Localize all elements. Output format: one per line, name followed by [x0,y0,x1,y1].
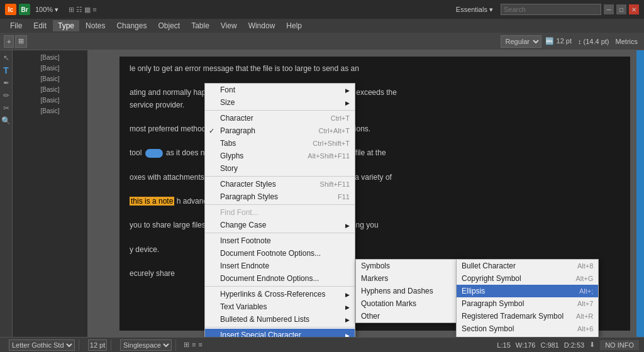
status-icon-1: ⊞ [184,341,189,349]
menu-tabs-shortcut: Ctrl+Shift+T [300,140,350,147]
menu-bulleted[interactable]: Bulleted & Numbered Lists [205,313,355,326]
menu-char-styles-label: Character Styles [220,180,276,189]
submenu-trademark-symbol[interactable]: Trademark Symbol Alt+2 [457,335,598,337]
doc-line-14: you to share large files with your frien… [130,219,620,231]
menu-insert-endnote[interactable]: Insert Endnote [205,260,355,272]
submenu-other-label: Other [361,312,380,321]
menu-doc-footnote-opts[interactable]: Document Footnote Options... [205,247,355,260]
doc-line-15 [130,232,620,244]
menu-change-case[interactable]: Change Case [205,219,355,231]
menu-paragraph[interactable]: ✓ Paragraph Ctrl+Alt+T [205,124,355,137]
search-input[interactable] [501,4,601,15]
status-font: Letter Gothic Std [5,339,79,351]
menu-object[interactable]: Object [153,20,185,31]
status-info: L:15 W:176 C:981 D:2:53 ⬇ NO INFO [497,340,639,350]
menu-paragraph-label: Paragraph [220,126,255,135]
menu-hyperlinks-arrow [339,290,350,299]
menu-character-shortcut: Ctrl+T [318,114,350,122]
menu-para-styles-shortcut: F11 [325,193,350,201]
menu-tabs[interactable]: Tabs Ctrl+Shift+T [205,137,355,150]
zoom-value: 100% [35,6,53,13]
doc-line-7 [130,135,620,147]
menu-insert-footnote-label: Insert Footnote [220,236,271,245]
status-width: W:176 [516,341,536,349]
toolbar-leading-label: ↕ (14.4 pt) [578,38,609,45]
content-area: le only to get an error message that the… [88,50,636,337]
menu-bulleted-label: Bulleted & Numbered Lists [220,315,309,324]
submenu-section-symbol[interactable]: Section Symbol Alt+6 [457,322,598,335]
submenu-symbols-label: Symbols [361,261,390,270]
submenu-bullet-char[interactable]: Bullet Character Alt+8 [457,260,598,272]
menu-text-vars[interactable]: Text Variables [205,300,355,313]
menu-window[interactable]: Window [243,20,280,31]
menu-font-arrow [339,85,350,94]
toolbar-add-btn[interactable]: + [4,35,14,48]
menu-char-styles-shortcut: Shift+F11 [308,180,350,188]
submenu-ellipsis-label: Ellipsis [462,287,485,295]
submenu-symbols-list[interactable]: Bullet Character Alt+8 Copyright Symbol … [456,259,599,337]
menu-character[interactable]: Character Ctrl+T [205,112,355,124]
panel-labels: [Basic] [Basic] [Basic] [Basic] [Basic] … [13,50,87,337]
menu-help[interactable]: Help [281,20,307,31]
maximize-button[interactable]: □ [616,4,626,14]
submenu-copyright-symbol[interactable]: Copyright Symbol Alt+G [457,272,598,285]
toolbar-frame-btn[interactable]: ⊞ [15,35,27,48]
spacing-select[interactable]: Singlespace [120,339,172,351]
panel-label-basic1: [Basic] [14,53,86,62]
submenu-paragraph-symbol[interactable]: Paragraph Symbol Alt+7 [457,297,598,310]
menu-insert-footnote[interactable]: Insert Footnote [205,234,355,247]
style-select[interactable]: Regular [501,35,541,48]
zoom-tool-icon[interactable]: 🔍 [1,116,11,126]
minimize-button[interactable]: ─ [604,4,614,14]
close-button[interactable]: ✕ [629,4,639,14]
submenu-bullet-char-shortcut: Alt+8 [565,262,593,270]
pencil-icon[interactable]: ✏ [1,91,11,101]
menu-text-vars-arrow [339,302,350,311]
scissors-icon[interactable]: ✂ [1,103,11,113]
essentials-label[interactable]: Essentials ▾ [456,6,493,14]
select-icon[interactable]: ↖ [1,53,11,63]
text-tool-icon[interactable]: T [1,65,11,75]
menu-char-styles[interactable]: Character Styles Shift+F11 [205,178,355,190]
submenu-ellipsis[interactable]: Ellipsis Alt+; [457,285,598,297]
menu-notes[interactable]: Notes [80,20,110,31]
submenu-registered-trademark-shortcut: Alt+R [564,312,593,320]
menu-bulleted-arrow [339,315,350,324]
toolbar-font-size-label: 🔤 12 pt [545,37,572,45]
main-area: ↖ T ✒ ✏ ✂ 🔍 [Basic] [Basic] [Basic] [Bas… [0,50,644,337]
zoom-icon: ▾ [55,6,58,14]
menu-file[interactable]: File [5,20,27,31]
title-bar-right: Essentials ▾ ─ □ ✕ [456,4,639,15]
zoom-control[interactable]: 100% ▾ [35,6,58,14]
menu-edit[interactable]: Edit [28,20,52,31]
menu-tabs-label: Tabs [220,139,236,148]
menu-changes[interactable]: Changes [111,20,152,31]
menu-type[interactable]: Type [53,20,79,31]
menu-size[interactable]: Size [205,96,355,109]
submenu-registered-trademark[interactable]: Registered Trademark Symbol Alt+R [457,310,598,322]
menu-character-label: Character [220,114,253,123]
menu-hyperlinks[interactable]: Hyperlinks & Cross-References [205,288,355,300]
submenu-copyright-symbol-shortcut: Alt+G [563,275,593,282]
menu-doc-endnote-opts[interactable]: Document Endnote Options... [205,272,355,285]
menu-story[interactable]: Story [205,162,355,175]
menu-change-case-arrow [339,221,350,229]
submenu-ellipsis-shortcut: Alt+; [567,287,593,295]
menu-glyphs-shortcut: Alt+Shift+F11 [295,152,350,160]
menu-view[interactable]: View [216,20,242,31]
pen-tool-icon[interactable]: ✒ [1,78,11,88]
sep-1 [205,110,355,111]
doc-line-6: most preferred method of sending files, … [130,123,620,135]
menu-font[interactable]: Font [205,84,355,96]
menu-table[interactable]: Table [186,20,214,31]
menu-doc-endnote-opts-label: Document Endnote Options... [220,274,319,283]
menu-para-styles[interactable]: Paragraph Styles F11 [205,190,355,203]
menu-insert-special-char[interactable]: Insert Special Character [205,329,355,337]
size-input[interactable] [88,339,107,351]
paragraph-check: ✓ [209,127,214,135]
type-menu-dropdown[interactable]: Font Size Character Ctrl+T ✓ Paragraph C… [204,83,355,337]
menu-glyphs[interactable]: Glyphs Alt+Shift+F11 [205,150,355,162]
menu-text-vars-label: Text Variables [220,302,267,311]
font-select[interactable]: Letter Gothic Std [9,339,75,351]
menu-bar: File Edit Type Notes Changes Object Tabl… [0,19,644,33]
